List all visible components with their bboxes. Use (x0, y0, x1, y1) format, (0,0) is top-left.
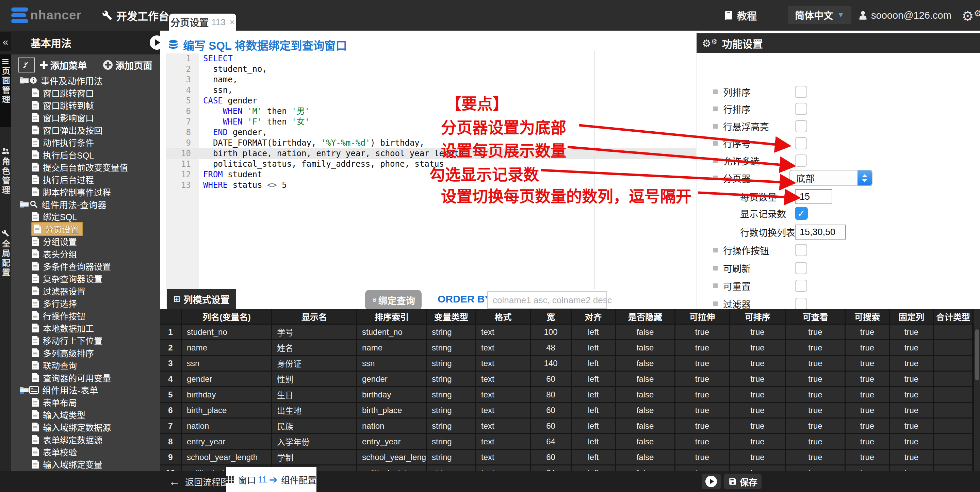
tree-page-绑定SQL[interactable]: 绑定SQL (11, 210, 160, 223)
tree-page-分组设置[interactable]: 分组设置 (11, 235, 160, 247)
code-line-9[interactable]: 9 DATE_FORMAT(birthday, '%Y-%m-%d') birt… (166, 138, 697, 148)
tree-page-表单绑定数据源[interactable]: 表单绑定数据源 (11, 433, 160, 445)
tree-page-本地数据加工[interactable]: 本地数据加工 (11, 322, 160, 334)
code-line-8[interactable]: 8 END gender, (166, 127, 697, 138)
add-page-button[interactable]: ✚添加页面 (103, 59, 152, 72)
tree-page-多行选择[interactable]: 多行选择 (11, 297, 160, 309)
table-row-birth_place[interactable]: 6birth_place出生地birth_placestringtext60le… (160, 403, 974, 417)
header-rownum[interactable] (160, 309, 182, 323)
checkbox-显示记录数[interactable]: ✓ (795, 207, 808, 220)
checkbox-行排序[interactable] (795, 103, 807, 115)
save-button[interactable]: 保存 (724, 474, 762, 489)
settings-gears-icon[interactable]: ⚙⚙ (962, 8, 980, 24)
tree-page-窗口影响窗口[interactable]: 窗口影响窗口 (11, 111, 160, 124)
tree-folder-事件及动作用法[interactable]: 事件及动作用法 (11, 74, 160, 86)
select-分页器[interactable]: 底部 (789, 170, 872, 186)
rail-tab-全局配置[interactable]: 全局配置 (0, 225, 11, 311)
header-格式[interactable]: 格式 (476, 309, 531, 323)
table-row-nation[interactable]: 7nation民族nationstringtext60leftfalsetrue… (160, 419, 974, 433)
window-config-tab[interactable]: 窗口 11 ➔ 组件配置 (226, 467, 317, 492)
code-line-4[interactable]: 4 ssn, (166, 85, 697, 96)
code-line-3[interactable]: 3 name, (166, 75, 697, 85)
tree-page-行操作按钮[interactable]: 行操作按钮 (11, 309, 160, 322)
header-显示名[interactable]: 显示名 (272, 309, 357, 323)
app-logo[interactable]: nhancer (11, 8, 82, 23)
code-line-2[interactable]: 2 student_no, (166, 64, 697, 75)
tree-page-表单布局[interactable]: 表单布局 (11, 396, 160, 408)
open-page-tab[interactable]: 分页设置 113 × (169, 14, 236, 30)
tree-page-输入域绑定数据源[interactable]: 输入域绑定数据源 (11, 421, 160, 433)
tree-page-复杂查询器设置[interactable]: 复杂查询器设置 (11, 272, 160, 285)
tree-folder-组件用法-查询器[interactable]: 组件用法-查询器 (11, 198, 160, 210)
checkbox-可刷新[interactable] (795, 262, 807, 274)
code-line-7[interactable]: 7 WHEN 'F' then '女' (166, 117, 697, 127)
tree-page-多条件查询器设置[interactable]: 多条件查询器设置 (11, 260, 160, 272)
tree-folder-组件用法-表单[interactable]: 组件用法-表单 (11, 384, 160, 396)
back-to-flow-button[interactable]: ← 返回流程图 (169, 471, 229, 492)
code-line-10[interactable]: 10 birth_place, nation, entry_year, scho… (166, 148, 697, 159)
input-行数切换列表[interactable]: 15,30,50 (795, 225, 846, 240)
header-排序索引[interactable]: 排序索引 (357, 309, 427, 323)
collapse-sidebar-button[interactable]: « (0, 32, 11, 51)
input-每页数量[interactable]: 15 (795, 189, 832, 204)
tree-page-分页设置[interactable]: 分页设置 (11, 223, 160, 235)
tree-page-窗口跳转窗口[interactable]: 窗口跳转窗口 (11, 86, 160, 99)
header-固定列[interactable]: 固定列 (890, 309, 934, 323)
rail-tab-页面管理[interactable]: 页面管理 (0, 54, 11, 127)
tree-page-输入域类型[interactable]: 输入域类型 (11, 409, 160, 421)
table-scrollbar[interactable] (974, 309, 980, 471)
tree-page-表单校验[interactable]: 表单校验 (11, 446, 160, 458)
header-可查看[interactable]: 可查看 (786, 309, 846, 323)
tree-page-移动行上下位置[interactable]: 移动行上下位置 (11, 334, 160, 346)
column-mode-tab[interactable]: ⊞ 列模式设置 (167, 289, 236, 309)
checkbox-行悬浮高亮[interactable] (795, 120, 807, 132)
user-account[interactable]: soooon@126.com (858, 0, 951, 30)
selected-tree-item[interactable]: 分页设置 (31, 222, 83, 236)
tab-close-icon[interactable]: × (230, 17, 235, 27)
tree-page-执行后台SQL[interactable]: 执行后台SQL (11, 148, 160, 161)
language-selector[interactable]: 简体中文 ▼ (788, 6, 851, 24)
header-可拉伸[interactable]: 可拉伸 (675, 309, 730, 323)
run-button[interactable] (702, 474, 721, 489)
add-menu-button[interactable]: ✚添加菜单 (40, 59, 87, 72)
orderby-input[interactable]: colname1 asc, colname2 desc (487, 291, 607, 309)
header-可排序[interactable]: 可排序 (730, 309, 786, 323)
tree-page-脚本控制事件过程[interactable]: 脚本控制事件过程 (11, 186, 160, 198)
code-line-6[interactable]: 6 WHEN 'M' then '男' (166, 106, 697, 117)
tree-page-表头分组[interactable]: 表头分组 (11, 247, 160, 260)
header-是否隐藏[interactable]: 是否隐藏 (616, 309, 675, 323)
locate-page-button[interactable] (18, 57, 35, 72)
tree-page-联动查询[interactable]: 联动查询 (11, 359, 160, 371)
table-row-entry_year[interactable]: 8entry_year入学年份entry_yearstringtext64lef… (160, 434, 974, 449)
checkbox-过滤器[interactable] (795, 298, 807, 310)
checkbox-允许多选[interactable] (795, 154, 807, 167)
checkbox-行操作按钮[interactable] (795, 244, 807, 256)
header-变量类型[interactable]: 变量类型 (427, 309, 476, 323)
tree-page-动作执行条件[interactable]: 动作执行条件 (11, 136, 160, 148)
code-line-1[interactable]: 1SELECT (166, 53, 697, 64)
header-宽[interactable]: 宽 (531, 309, 572, 323)
header-列名(变量名)[interactable]: 列名(变量名) (182, 309, 272, 323)
table-row-school_year_length[interactable]: 9school_year_length学制school_year_lengths… (160, 450, 974, 465)
tree-page-查询器的可用变量[interactable]: 查询器的可用变量 (11, 371, 160, 384)
table-row-student_no[interactable]: 1student_no学号student_nostringtext100left… (160, 325, 974, 339)
tree-page-执行后台过程[interactable]: 执行后台过程 (11, 173, 160, 185)
tree-page-过滤器设置[interactable]: 过滤器设置 (11, 285, 160, 297)
header-合计类型[interactable]: 合计类型 (934, 309, 973, 323)
tree-page-提交后台前改变变量值[interactable]: 提交后台前改变变量值 (11, 161, 160, 173)
header-对齐[interactable]: 对齐 (572, 309, 616, 323)
tutorial-button[interactable]: 教程 (724, 0, 757, 30)
header-可搜索[interactable]: 可搜索 (846, 309, 890, 323)
tree-page-窗口弹出及按回[interactable]: 窗口弹出及按回 (11, 124, 160, 136)
table-row-ssn[interactable]: 3ssn身份证ssnstringtext140leftfalsetruetrue… (160, 356, 974, 371)
code-line-5[interactable]: 5CASE gender (166, 96, 697, 106)
checkbox-可重置[interactable] (795, 280, 807, 292)
table-row-gender[interactable]: 4gender性别genderstringtext60leftfalsetrue… (160, 371, 974, 386)
table-row-name[interactable]: 2name姓名namestringtext48leftfalsetruetrue… (160, 340, 974, 355)
rail-tab-角色管理[interactable]: 角色管理 (0, 143, 11, 223)
table-row-birthday[interactable]: 5birthday生日birthdaystringtext80leftfalse… (160, 387, 974, 402)
tree-page-多列高级排序[interactable]: 多列高级排序 (11, 347, 160, 359)
checkbox-行序号[interactable] (795, 137, 807, 150)
checkbox-列排序[interactable] (795, 86, 807, 98)
tree-page-窗口跳转到帧[interactable]: 窗口跳转到帧 (11, 99, 160, 111)
